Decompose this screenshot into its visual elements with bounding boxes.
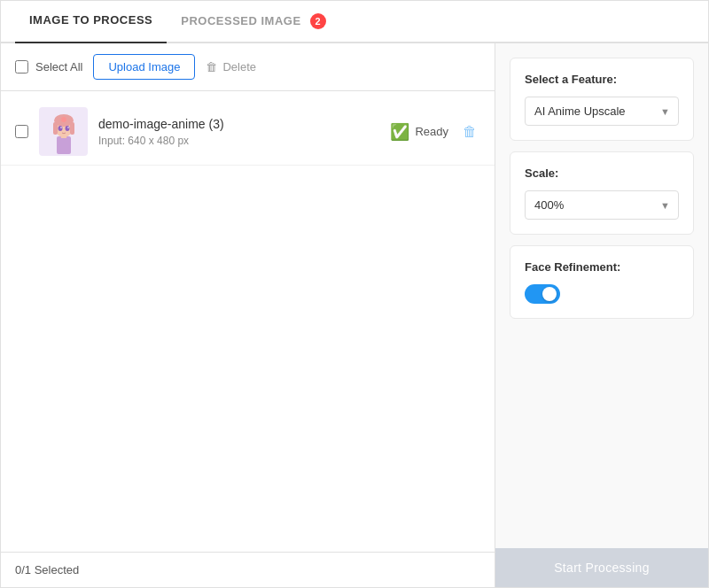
table-row: demo-image-anime (3) Input: 640 x 480 px… bbox=[1, 98, 495, 166]
scale-select[interactable]: 100% 200% 400% bbox=[525, 190, 679, 220]
toolbar: Select All Upload Image 🗑 Delete bbox=[1, 43, 495, 91]
face-refinement-section: Face Refinement: bbox=[510, 245, 694, 319]
thumbnail-image bbox=[42, 110, 86, 154]
left-panel: Select All Upload Image 🗑 Delete bbox=[1, 43, 495, 587]
face-refinement-label: Face Refinement: bbox=[525, 260, 679, 274]
tabs-bar: IMAGE TO PROCESS PROCESSED IMAGE 2 bbox=[1, 1, 708, 43]
main-layout: Select All Upload Image 🗑 Delete bbox=[1, 43, 708, 587]
bottom-bar: 0/1 Selected bbox=[1, 552, 495, 587]
item-info: demo-image-anime (3) Input: 640 x 480 px bbox=[98, 117, 379, 147]
svg-rect-1 bbox=[57, 136, 71, 154]
start-processing-button[interactable]: Start Processing bbox=[495, 548, 708, 587]
feature-select-wrapper: AI Anime Upscale AI Image Upscale AI Por… bbox=[525, 97, 679, 126]
processed-image-badge: 2 bbox=[310, 13, 326, 29]
svg-point-8 bbox=[65, 126, 69, 131]
tab-processed-image[interactable]: PROCESSED IMAGE 2 bbox=[167, 1, 339, 43]
delete-button[interactable]: 🗑 Delete bbox=[206, 60, 256, 74]
item-delete-button[interactable]: 🗑 bbox=[459, 120, 480, 143]
feature-select[interactable]: AI Anime Upscale AI Image Upscale AI Por… bbox=[525, 97, 679, 126]
select-all-label[interactable]: Select All bbox=[15, 60, 82, 74]
feature-label: Select a Feature: bbox=[525, 73, 679, 86]
right-panel: Select a Feature: AI Anime Upscale AI Im… bbox=[495, 43, 708, 587]
item-checkbox[interactable] bbox=[15, 125, 28, 138]
status-check-icon: ✅ bbox=[390, 122, 409, 142]
empty-area bbox=[1, 329, 495, 552]
item-name: demo-image-anime (3) bbox=[98, 117, 379, 131]
item-trash-icon: 🗑 bbox=[463, 124, 477, 139]
svg-rect-6 bbox=[70, 122, 74, 135]
feature-section: Select a Feature: AI Anime Upscale AI Im… bbox=[510, 58, 694, 141]
upload-image-button[interactable]: Upload Image bbox=[93, 54, 195, 80]
item-thumbnail bbox=[39, 107, 88, 156]
svg-point-10 bbox=[67, 127, 69, 128]
face-refinement-toggle[interactable] bbox=[525, 284, 560, 304]
tab-image-to-process[interactable]: IMAGE TO PROCESS bbox=[15, 1, 167, 43]
svg-point-7 bbox=[58, 126, 62, 131]
app-container: IMAGE TO PROCESS PROCESSED IMAGE 2 Selec… bbox=[0, 0, 709, 588]
item-status: ✅ Ready bbox=[390, 122, 448, 142]
scale-section: Scale: 100% 200% 400% ▼ bbox=[510, 151, 694, 235]
scale-label: Scale: bbox=[525, 166, 679, 180]
trash-icon: 🗑 bbox=[206, 60, 217, 74]
select-all-checkbox[interactable] bbox=[15, 60, 28, 74]
svg-rect-5 bbox=[53, 122, 58, 135]
status-text: Ready bbox=[415, 125, 448, 138]
right-content: Select a Feature: AI Anime Upscale AI Im… bbox=[495, 43, 708, 548]
toggle-slider bbox=[525, 284, 560, 304]
image-list: demo-image-anime (3) Input: 640 x 480 px… bbox=[1, 91, 495, 329]
svg-point-11 bbox=[61, 117, 66, 122]
svg-point-9 bbox=[60, 127, 62, 128]
scale-select-wrapper: 100% 200% 400% ▼ bbox=[525, 190, 679, 220]
selection-count: 0/1 Selected bbox=[15, 563, 79, 576]
item-meta: Input: 640 x 480 px bbox=[98, 135, 379, 147]
